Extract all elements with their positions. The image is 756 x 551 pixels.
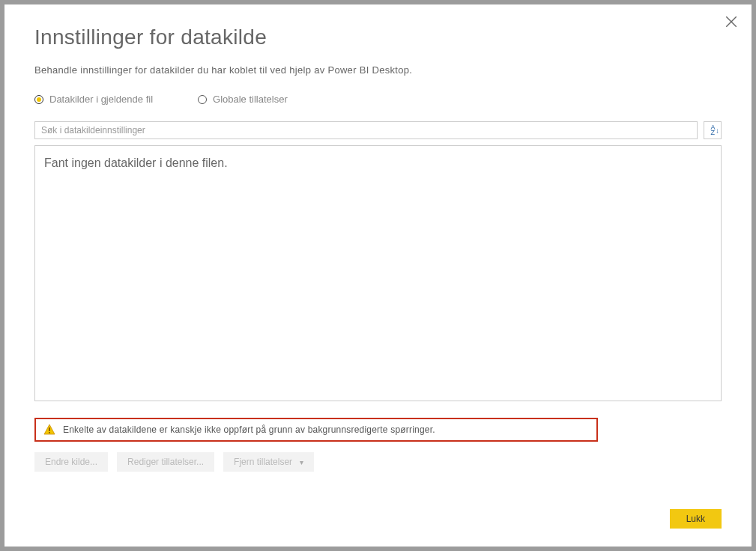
sort-az-button[interactable]: AZ ↓: [704, 121, 722, 139]
close-icon[interactable]: [725, 15, 738, 28]
scope-radio-group: Datakilder i gjeldende fil Globale tilla…: [34, 94, 722, 105]
radio-current-file[interactable]: Datakilder i gjeldende fil: [34, 94, 153, 105]
data-sources-list[interactable]: Fant ingen datakilder i denne filen.: [34, 145, 722, 401]
radio-label: Datakilder i gjeldende fil: [49, 94, 153, 105]
sort-az-icon: AZ: [710, 125, 714, 136]
dialog-title: Innstillinger for datakilde: [34, 25, 722, 49]
warning-callout: Enkelte av datakildene er kanskje ikke o…: [34, 418, 598, 442]
close-button[interactable]: Lukk: [670, 509, 722, 529]
data-source-settings-dialog: Innstillinger for datakilde Behandle inn…: [4, 4, 752, 547]
dialog-footer: Lukk: [670, 509, 722, 529]
search-input[interactable]: [34, 121, 698, 139]
svg-rect-4: [49, 432, 50, 433]
action-button-row: Endre kilde... Rediger tillatelser... Fj…: [34, 452, 722, 472]
search-row: AZ ↓: [34, 121, 722, 139]
sort-arrow-icon: ↓: [716, 128, 719, 133]
svg-rect-3: [49, 427, 50, 431]
warning-triangle-icon: [43, 424, 55, 436]
radio-indicator-icon: [34, 95, 43, 104]
radio-label: Globale tillatelser: [213, 94, 288, 105]
clear-permissions-button[interactable]: Fjern tillatelser: [223, 452, 314, 472]
empty-list-message: Fant ingen datakilder i denne filen.: [44, 156, 228, 169]
radio-indicator-icon: [198, 95, 207, 104]
radio-global-permissions[interactable]: Globale tillatelser: [198, 94, 288, 105]
dialog-subtitle: Behandle innstillinger for datakilder du…: [34, 64, 722, 76]
change-source-button[interactable]: Endre kilde...: [34, 452, 108, 472]
warning-text: Enkelte av datakildene er kanskje ikke o…: [63, 424, 435, 435]
edit-permissions-button[interactable]: Rediger tillatelser...: [117, 452, 214, 472]
